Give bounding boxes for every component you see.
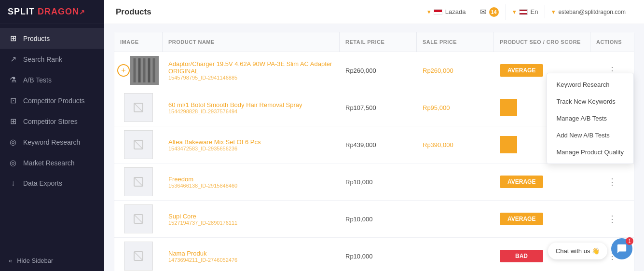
col-product-name: PRODUCT NAME <box>163 32 340 52</box>
product-thumbnail-placeholder <box>124 204 153 233</box>
actions-cell: ⋮ <box>590 207 634 231</box>
product-name-cell: Freedom 1536466138_ID-2915848460 <box>163 171 340 193</box>
hide-sidebar-button[interactable]: « Hide Sidebar <box>0 250 104 271</box>
sidebar-item-label: Keyword Research <box>23 138 80 146</box>
chevron-left-icon: « <box>9 257 12 264</box>
sidebar-item-competitor-stores[interactable]: ⊞ Competitor Stores <box>0 111 104 132</box>
en-flag-icon <box>519 9 528 15</box>
col-actions: ACTIONS <box>590 32 634 52</box>
product-id: 1527194737_ID-2890176111 <box>168 220 334 226</box>
chat-badge: 1 <box>626 237 633 245</box>
sidebar-item-label: Search Rank <box>23 55 62 63</box>
dropdown-item-add-ab[interactable]: Add New A/B Tests <box>547 127 633 144</box>
actions-dropdown-menu: Keyword Research Track New Keywords Mana… <box>547 73 634 164</box>
id-flag-icon <box>434 9 442 15</box>
products-table: IMAGE PRODUCT NAME RETAIL PRICE SALE PRI… <box>114 32 634 271</box>
product-id: 1536466138_ID-2915848460 <box>168 183 334 189</box>
download-icon: ↓ <box>9 179 17 188</box>
store-label: Lazada <box>445 8 466 15</box>
actions-more-button[interactable]: ⋮ <box>604 212 620 226</box>
product-image-cell <box>114 89 163 126</box>
flask-icon: ⚗ <box>9 75 17 84</box>
dropdown-item-keyword-research[interactable]: Keyword Research <box>547 76 633 93</box>
table-row: Freedom 1536466138_ID-2915848460 Rp10,00… <box>114 163 634 201</box>
svg-line-11 <box>134 177 143 186</box>
product-name[interactable]: Adaptor/Charger 19.5V 4.62A 90W PA-3E Sl… <box>168 60 334 75</box>
chat-button[interactable]: 1 <box>611 238 632 259</box>
sidebar-item-label: Competitor Products <box>23 97 85 105</box>
product-name[interactable]: Altea Bakeware Mix Set Of 6 Pcs <box>168 138 334 146</box>
language-selector[interactable]: ▾ En <box>506 5 546 18</box>
sidebar-item-search-rank[interactable]: ↗ Search Rank <box>0 49 104 69</box>
score-button[interactable]: AVERAGE <box>500 213 543 225</box>
sidebar-item-label: Competitor Stores <box>23 118 78 125</box>
logo-arrow: ↗ <box>79 8 85 16</box>
sale-price-cell: Rp260,000 <box>417 62 494 79</box>
main-content: Products ▾ Lazada ✉ 14 ▾ En ▾ esteban@sp… <box>104 0 644 271</box>
sidebar: SPLIT DRAGON↗ ⊞ Products ↗ Search Rank ⚗… <box>0 0 104 271</box>
score-button[interactable]: BAD <box>500 250 543 262</box>
col-sale-price: SALE PRICE <box>417 32 494 52</box>
dropdown-item-manage-ab[interactable]: Manage A/B Tests <box>547 110 633 127</box>
logo-split: SPLIT <box>8 7 35 16</box>
chat-bubble: Chat with us 👋 <box>548 243 607 259</box>
sale-price-cell: Rp390,000 <box>417 136 494 153</box>
product-image-cell: + <box>114 52 163 89</box>
trending-icon: ↗ <box>9 54 17 64</box>
sale-price-cell <box>417 251 494 261</box>
logo-dragon: DRAGON <box>38 7 79 16</box>
grid-icon: ⊞ <box>9 34 17 43</box>
dropdown-item-track-keywords[interactable]: Track New Keywords <box>547 93 633 110</box>
sidebar-item-keyword-research[interactable]: ◎ Keyword Research <box>0 132 104 152</box>
sidebar-item-products[interactable]: ⊞ Products <box>0 28 104 49</box>
dropdown-arrow-icon: ▾ <box>552 8 555 15</box>
product-thumbnail <box>130 56 159 85</box>
svg-line-9 <box>134 140 143 149</box>
score-cell: AVERAGE <box>494 209 590 229</box>
sale-price-cell <box>417 214 494 224</box>
actions-cell: ⋮ <box>590 170 634 194</box>
mail-icon: ✉ <box>480 7 486 16</box>
actions-more-button[interactable]: ⋮ <box>604 175 620 189</box>
svg-line-13 <box>134 215 143 223</box>
product-name-cell: 60 ml/1 Botol Smooth Body Hair Removal S… <box>163 96 340 119</box>
product-image-cell <box>114 238 163 271</box>
product-thumbnail-placeholder <box>124 242 153 271</box>
store-selector[interactable]: ▾ Lazada <box>421 5 473 18</box>
sidebar-item-ab-tests[interactable]: ⚗ A/B Tests <box>0 69 104 90</box>
product-name[interactable]: Freedom <box>168 176 334 183</box>
retail-price-cell: Rp439,000 <box>340 136 417 153</box>
product-name[interactable]: Nama Produk <box>168 250 334 257</box>
sidebar-item-label: A/B Tests <box>23 76 52 84</box>
score-button[interactable]: AVERAGE <box>500 176 543 188</box>
page-title: Products <box>116 7 421 17</box>
score-block <box>500 136 517 153</box>
product-name-cell: Nama Produk 1473694211_ID-2746052476 <box>163 245 340 268</box>
user-menu[interactable]: ▾ esteban@splitdragon.com <box>545 5 632 18</box>
product-thumbnail-placeholder <box>124 130 153 159</box>
score-button[interactable]: AVERAGE <box>500 64 543 77</box>
sidebar-item-label: Market Research <box>23 159 75 167</box>
market-icon: ◎ <box>9 158 17 167</box>
notifications-button[interactable]: ✉ 14 <box>473 4 506 20</box>
product-name[interactable]: Supi Core <box>168 213 334 220</box>
product-id: 1544298828_ID-2937576494 <box>168 108 334 114</box>
dropdown-arrow-icon: ▾ <box>427 8 431 15</box>
retail-price-cell: Rp10,000 <box>340 211 417 228</box>
sidebar-item-competitor-products[interactable]: ⊡ Competitor Products <box>0 90 104 111</box>
sidebar-item-data-exports[interactable]: ↓ Data Exports <box>0 173 104 193</box>
add-product-button[interactable]: + <box>117 64 130 77</box>
table-header: IMAGE PRODUCT NAME RETAIL PRICE SALE PRI… <box>114 32 634 52</box>
product-name-cell: Adaptor/Charger 19.5V 4.62A 90W PA-3E Sl… <box>163 55 340 85</box>
product-name-cell: Altea Bakeware Mix Set Of 6 Pcs 15434725… <box>163 134 340 156</box>
product-image-cell <box>114 201 163 237</box>
actions-cell: ⋮ Keyword Research Track New Keywords Ma… <box>590 58 634 82</box>
dropdown-item-manage-quality[interactable]: Manage Product Quality <box>547 144 633 161</box>
notification-badge: 14 <box>489 7 499 17</box>
product-name[interactable]: 60 ml/1 Botol Smooth Body Hair Removal S… <box>168 101 334 108</box>
score-cell: AVERAGE <box>494 172 590 192</box>
table-row: + Adaptor/Charger 19.5V 4.62A 90W <box>114 52 634 89</box>
topbar: Products ▾ Lazada ✉ 14 ▾ En ▾ esteban@sp… <box>104 0 644 24</box>
sidebar-item-market-research[interactable]: ◎ Market Research <box>0 152 104 173</box>
col-seo-score: PRODUCT SEO / CRO SCORE <box>494 32 590 52</box>
